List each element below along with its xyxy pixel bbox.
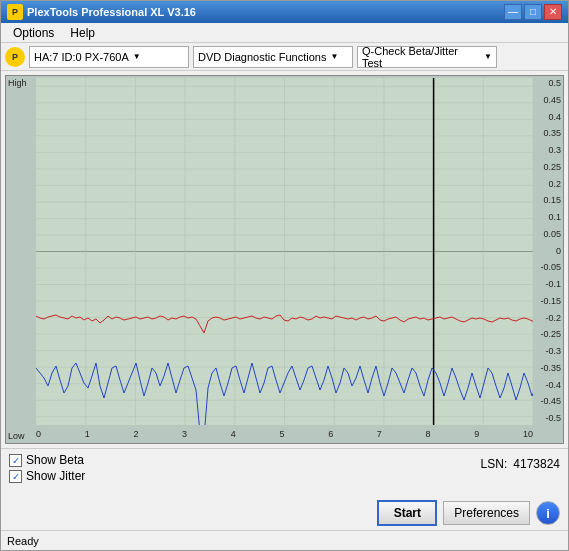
menu-help[interactable]: Help (62, 24, 103, 42)
preferences-button[interactable]: Preferences (443, 501, 530, 525)
y-high-label: High (8, 78, 34, 88)
title-bar: P PlexTools Professional XL V3.16 — □ ✕ (1, 1, 568, 23)
checkboxes-row: ✓ Show Beta ✓ Show Jitter (9, 453, 461, 483)
function-dropdown-arrow: ▼ (330, 52, 338, 61)
chart-background: High Low 0.5 0.45 0.4 0.35 0.3 0.25 0.2 … (6, 76, 563, 443)
bottom-controls: Start Preferences i (9, 500, 560, 526)
chart-area: High Low 0.5 0.45 0.4 0.35 0.3 0.25 0.2 … (5, 75, 564, 444)
show-beta-checkbox[interactable]: ✓ (9, 454, 22, 467)
show-beta-label: Show Beta (26, 453, 84, 467)
x-5: 5 (279, 429, 284, 439)
x-0: 0 (36, 429, 41, 439)
status-text: Ready (7, 535, 39, 547)
y-right-0.3: 0.3 (535, 145, 561, 155)
x-axis: 0 1 2 3 4 5 6 7 8 9 10 (36, 425, 533, 443)
y-right-0.1: 0.1 (535, 212, 561, 222)
y-right-0.5: 0.5 (535, 78, 561, 88)
drive-icon: P (5, 47, 25, 67)
show-jitter-checkbox[interactable]: ✓ (9, 470, 22, 483)
y-right-0.35: 0.35 (535, 128, 561, 138)
y-right-0.2: 0.2 (535, 179, 561, 189)
y-axis-right: 0.5 0.45 0.4 0.35 0.3 0.25 0.2 0.15 0.1 … (533, 76, 563, 425)
y-right-0.05: 0.05 (535, 229, 561, 239)
test-dropdown-arrow: ▼ (484, 52, 492, 61)
y-right--0.05: -0.05 (535, 262, 561, 272)
x-1: 1 (85, 429, 90, 439)
test-dropdown-label: Q-Check Beta/Jitter Test (362, 45, 480, 69)
status-bar: Ready (1, 530, 568, 550)
close-button[interactable]: ✕ (544, 4, 562, 20)
y-right--0.25: -0.25 (535, 329, 561, 339)
x-8: 8 (426, 429, 431, 439)
toolbar: P HA:7 ID:0 PX-760A ▼ DVD Diagnostic Fun… (1, 43, 568, 71)
lsn-label: LSN: (481, 457, 508, 471)
y-right-0.45: 0.45 (535, 95, 561, 105)
y-right--0.5: -0.5 (535, 413, 561, 423)
x-9: 9 (474, 429, 479, 439)
bottom-bar: ✓ Show Beta ✓ Show Jitter LSN: 4173824 S… (1, 448, 568, 530)
window-title: PlexTools Professional XL V3.16 (27, 6, 504, 18)
y-right--0.4: -0.4 (535, 380, 561, 390)
x-6: 6 (328, 429, 333, 439)
show-beta-item: ✓ Show Beta (9, 453, 84, 467)
y-right-0.25: 0.25 (535, 162, 561, 172)
y-right-0: 0 (535, 246, 561, 256)
y-right-0.15: 0.15 (535, 195, 561, 205)
y-right--0.3: -0.3 (535, 346, 561, 356)
y-right--0.45: -0.45 (535, 396, 561, 406)
x-3: 3 (182, 429, 187, 439)
lsn-value: 4173824 (513, 457, 560, 471)
x-10: 10 (523, 429, 533, 439)
y-right--0.2: -0.2 (535, 313, 561, 323)
y-right--0.1: -0.1 (535, 279, 561, 289)
main-window: P PlexTools Professional XL V3.16 — □ ✕ … (0, 0, 569, 551)
y-right--0.35: -0.35 (535, 363, 561, 373)
chart-svg (36, 78, 533, 425)
drive-dropdown-label: HA:7 ID:0 PX-760A (34, 51, 129, 63)
x-7: 7 (377, 429, 382, 439)
info-button[interactable]: i (536, 501, 560, 525)
y-right--0.15: -0.15 (535, 296, 561, 306)
menu-options[interactable]: Options (5, 24, 62, 42)
chart-plot (36, 78, 533, 425)
show-jitter-item: ✓ Show Jitter (9, 469, 85, 483)
window-controls: — □ ✕ (504, 4, 562, 20)
minimize-button[interactable]: — (504, 4, 522, 20)
menu-bar: Options Help (1, 23, 568, 43)
test-dropdown[interactable]: Q-Check Beta/Jitter Test ▼ (357, 46, 497, 68)
show-jitter-label: Show Jitter (26, 469, 85, 483)
y-axis-left: High Low (6, 76, 36, 443)
maximize-button[interactable]: □ (524, 4, 542, 20)
y-right-0.4: 0.4 (535, 112, 561, 122)
start-button[interactable]: Start (377, 500, 437, 526)
x-2: 2 (133, 429, 138, 439)
function-dropdown-label: DVD Diagnostic Functions (198, 51, 326, 63)
app-icon: P (7, 4, 23, 20)
drive-dropdown-arrow: ▼ (133, 52, 141, 61)
function-dropdown[interactable]: DVD Diagnostic Functions ▼ (193, 46, 353, 68)
y-low-label: Low (8, 431, 34, 441)
x-4: 4 (231, 429, 236, 439)
drive-dropdown[interactable]: HA:7 ID:0 PX-760A ▼ (29, 46, 189, 68)
